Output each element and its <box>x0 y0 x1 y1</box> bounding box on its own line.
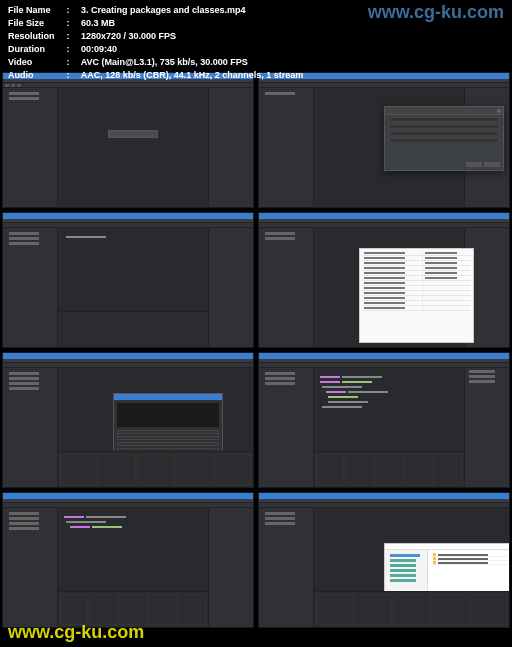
toolbar-button <box>11 84 15 87</box>
toolbar-button <box>5 84 9 87</box>
context-menu <box>359 248 474 343</box>
dialog-field <box>389 131 499 136</box>
info-value: 60.3 MB <box>81 18 115 28</box>
info-value: 1280x720 / 30.000 FPS <box>81 31 176 41</box>
info-row: Audio : AAC, 128 kb/s (CBR), 44.1 kHz, 2… <box>8 69 303 82</box>
project-tree-panel <box>259 508 314 627</box>
editor-area <box>314 228 464 347</box>
thumbnail-6 <box>258 352 510 488</box>
placeholder-banner <box>108 130 158 138</box>
dialog-titlebar <box>385 107 503 115</box>
bottom-panel <box>58 311 208 347</box>
dialog-field <box>117 430 219 434</box>
info-separator: : <box>67 69 79 82</box>
close-icon <box>497 109 501 113</box>
thumbnail-1 <box>2 72 254 208</box>
thumbnail-4 <box>258 212 510 348</box>
thumbnail-5 <box>2 352 254 488</box>
thumbnail-grid <box>0 70 512 630</box>
info-value: 3. Creating packages and classes.mp4 <box>81 5 246 15</box>
info-value: AAC, 128 kb/s (CBR), 44.1 kHz, 2 channel… <box>81 70 304 80</box>
bottom-panel <box>314 451 464 487</box>
dialog-button <box>466 162 482 167</box>
editor-area <box>58 508 208 627</box>
info-label: Resolution <box>8 30 64 43</box>
thumbnail-8 <box>258 492 510 628</box>
editor-area <box>58 88 208 207</box>
dialog-new-class <box>384 106 504 171</box>
info-value: 00:09:40 <box>81 44 117 54</box>
info-label: File Name <box>8 4 64 17</box>
dialog-preview <box>117 403 219 427</box>
thumbnail-3 <box>2 212 254 348</box>
folder-icon <box>433 553 436 556</box>
dialog-field <box>117 436 219 440</box>
right-panel <box>208 508 253 627</box>
folder-icon <box>433 557 436 560</box>
editor-area <box>58 368 253 487</box>
bottom-panel <box>314 591 509 627</box>
media-info-block: File Name : 3. Creating packages and cla… <box>8 4 303 82</box>
toolbar-button <box>17 84 21 87</box>
dialog-field <box>389 117 499 122</box>
info-value: AVC (Main@L3.1), 735 kb/s, 30.000 FPS <box>81 57 248 67</box>
editor-area <box>314 88 464 207</box>
project-tree-panel <box>3 508 58 627</box>
info-separator: : <box>67 4 79 17</box>
project-tree-panel <box>259 88 314 207</box>
info-label: Video <box>8 56 64 69</box>
editor-area <box>314 508 509 627</box>
info-separator: : <box>67 56 79 69</box>
folder-icon <box>433 561 436 564</box>
project-tree-panel <box>3 368 58 487</box>
info-row: Video : AVC (Main@L3.1), 735 kb/s, 30.00… <box>8 56 303 69</box>
info-row: File Name : 3. Creating packages and cla… <box>8 4 303 17</box>
info-row: File Size : 60.3 MB <box>8 17 303 30</box>
dialog-titlebar <box>114 394 222 400</box>
watermark-top: www.cg-ku.com <box>368 2 504 23</box>
info-label: Duration <box>8 43 64 56</box>
editor-area <box>314 368 464 487</box>
project-tree-panel <box>259 368 314 487</box>
project-tree-panel <box>259 228 314 347</box>
project-tree-panel <box>3 88 58 207</box>
info-label: Audio <box>8 69 64 82</box>
dialog-button <box>484 162 500 167</box>
thumbnail-7 <box>2 492 254 628</box>
project-tree-panel <box>3 228 58 347</box>
thumbnail-2 <box>258 72 510 208</box>
info-row: Resolution : 1280x720 / 30.000 FPS <box>8 30 303 43</box>
info-row: Duration : 00:09:40 <box>8 43 303 56</box>
info-separator: : <box>67 17 79 30</box>
info-separator: : <box>67 30 79 43</box>
dialog-field <box>389 124 499 129</box>
right-panel <box>208 88 253 207</box>
right-panel <box>208 228 253 347</box>
info-separator: : <box>67 43 79 56</box>
bottom-panel <box>58 451 253 487</box>
info-label: File Size <box>8 17 64 30</box>
dialog-field <box>117 442 219 446</box>
right-panel <box>464 368 509 487</box>
editor-area <box>58 228 208 347</box>
watermark-bottom: www.cg-ku.com <box>8 622 144 643</box>
dialog-field <box>389 138 499 143</box>
